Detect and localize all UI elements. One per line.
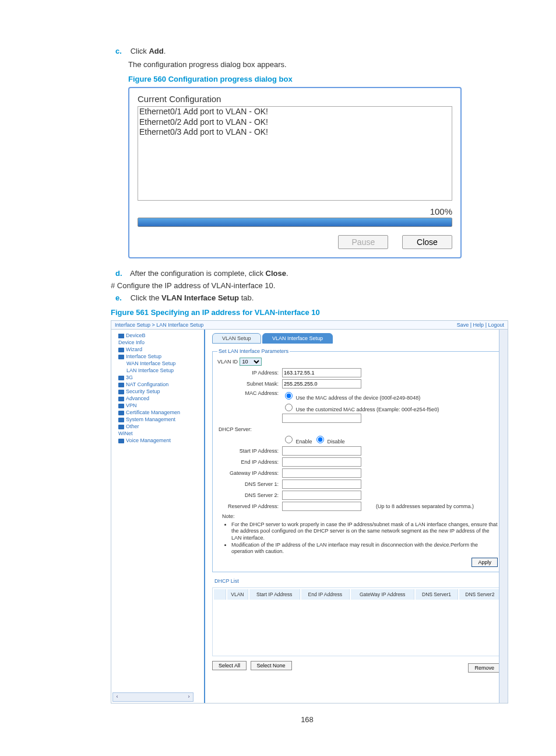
dhcp-list-title: DHCP List bbox=[214, 578, 503, 584]
user-icon bbox=[118, 334, 124, 338]
folder-icon bbox=[118, 383, 124, 387]
folder-icon bbox=[118, 376, 124, 380]
folder-icon bbox=[118, 355, 124, 359]
step-e-label: e. bbox=[115, 293, 128, 302]
sidebar-item-lan[interactable]: LAN Interface Setup bbox=[114, 367, 204, 374]
folder-icon bbox=[118, 425, 124, 429]
step-e-post: tab. bbox=[239, 293, 254, 302]
gateway-ip-input[interactable] bbox=[282, 468, 361, 478]
scroll-right-icon[interactable]: › bbox=[185, 694, 193, 701]
tree-root[interactable]: DeviceB bbox=[114, 332, 204, 339]
figure-560-caption: Figure 560 Configuration progress dialog… bbox=[128, 75, 504, 83]
note-title: Note: bbox=[222, 513, 235, 519]
dialog-output-list: Ethernet0/1 Add port to VLAN - OK! Ether… bbox=[138, 106, 452, 201]
document-page: c. Click Add. The configuration progress… bbox=[0, 0, 556, 741]
dialog-line: Ethernet0/3 Add port to VLAN - OK! bbox=[139, 127, 451, 138]
sidebar-item-interface-setup[interactable]: Interface Setup bbox=[114, 353, 204, 360]
sidebar-item-advanced[interactable]: Advanced bbox=[114, 395, 204, 402]
folder-icon bbox=[118, 411, 124, 415]
step-c-label: c. bbox=[115, 47, 128, 55]
dhcp-col-dns2: DNS Server2 bbox=[459, 589, 501, 600]
dhcp-disable-radio[interactable]: Disable bbox=[314, 434, 345, 444]
sidebar-item-label: Security Setup bbox=[126, 388, 160, 394]
note-block: Note: For the DHCP server to work proper… bbox=[222, 513, 498, 555]
tab-vlan-setup[interactable]: VLAN Setup bbox=[212, 333, 261, 344]
sidebar-item-other[interactable]: Other bbox=[114, 423, 204, 430]
mask-input[interactable] bbox=[282, 379, 361, 388]
sidebar-item-3g[interactable]: 3G bbox=[114, 374, 204, 381]
tabs: VLAN Setup VLAN Interface Setup bbox=[212, 333, 503, 344]
sidebar: DeviceB Device Info Wizard Interface Set… bbox=[111, 330, 205, 703]
vlanid-label: VLAN ID bbox=[217, 359, 238, 365]
sidebar-scrollbar[interactable]: ‹ › bbox=[112, 692, 193, 702]
start-ip-input[interactable] bbox=[282, 446, 361, 456]
step-c-subtext: The configuration progress dialog box ap… bbox=[111, 60, 504, 69]
dhcp-enable-radio[interactable]: Enable bbox=[282, 434, 312, 444]
figure-561-caption: Figure 561 Specifying an IP address for … bbox=[111, 308, 504, 317]
breadcrumb: Interface Setup > LAN Interface Setup bbox=[115, 322, 203, 328]
folder-icon bbox=[118, 418, 124, 422]
folder-icon bbox=[118, 348, 124, 352]
sidebar-item-sysmgmt[interactable]: System Management bbox=[114, 416, 204, 423]
sidebar-item-wizard[interactable]: Wizard bbox=[114, 346, 204, 353]
sidebar-item-nat[interactable]: NAT Configuration bbox=[114, 381, 204, 388]
sidebar-item-label: Device Info bbox=[118, 340, 145, 345]
scroll-left-icon[interactable]: ‹ bbox=[113, 694, 121, 701]
end-ip-label: End IP Address: bbox=[217, 459, 282, 465]
sidebar-item-label: Voice Management bbox=[126, 438, 171, 443]
note-item-2: Modification of the IP address of the LA… bbox=[231, 542, 498, 555]
folder-icon bbox=[118, 390, 124, 394]
gateway-ip-label: Gateway IP Address: bbox=[217, 470, 282, 476]
dns2-input[interactable] bbox=[282, 491, 361, 500]
tab-vlan-interface-setup[interactable]: VLAN Interface Setup bbox=[262, 333, 333, 344]
mac-radio-device[interactable]: Use the MAC address of the device (000f-… bbox=[282, 390, 439, 401]
dhcp-label: DHCP Server: bbox=[219, 426, 498, 432]
step-e-bold: VLAN Interface Setup bbox=[161, 293, 239, 302]
mac-radio-custom[interactable]: Use the customized MAC address (Example:… bbox=[282, 402, 439, 412]
mac-label: MAC Address: bbox=[217, 390, 282, 396]
dns2-label: DNS Server 2: bbox=[217, 492, 282, 498]
reserved-ip-input[interactable] bbox=[282, 502, 361, 511]
dhcp-col-check bbox=[214, 589, 226, 600]
tree-root-label: DeviceB bbox=[126, 332, 146, 338]
sidebar-item-vpn[interactable]: VPN bbox=[114, 402, 204, 409]
step-d-post: . bbox=[286, 269, 288, 278]
sidebar-item-label: VPN bbox=[126, 402, 137, 408]
dialog-line: Ethernet0/1 Add port to VLAN - OK! bbox=[139, 107, 451, 117]
vlanid-select[interactable]: 10 bbox=[240, 358, 262, 366]
mac-radio-1[interactable] bbox=[285, 392, 293, 400]
dhcp-col-end: End IP Address bbox=[301, 589, 350, 600]
top-links[interactable]: Save | Help | Logout bbox=[457, 322, 504, 328]
mac-radio-2[interactable] bbox=[285, 404, 293, 411]
table-row bbox=[214, 601, 501, 654]
end-ip-input[interactable] bbox=[282, 457, 361, 467]
dialog-title: Current Configuration bbox=[138, 94, 452, 104]
sidebar-item-label: NAT Configuration bbox=[126, 382, 168, 387]
sidebar-item-device-info[interactable]: Device Info bbox=[114, 339, 204, 346]
ip-input[interactable] bbox=[282, 368, 361, 377]
sidebar-item-label: System Management bbox=[126, 416, 175, 422]
dns1-input[interactable] bbox=[282, 480, 361, 489]
step-d-bold: Close bbox=[266, 269, 286, 278]
step-hash: # Configure the IP address of VLAN-inter… bbox=[111, 281, 504, 290]
select-all-button[interactable]: Select All bbox=[212, 661, 247, 670]
main-vertical-scrollbar[interactable] bbox=[499, 330, 508, 703]
mac-custom-input[interactable] bbox=[282, 414, 361, 423]
sidebar-item-label: Advanced bbox=[126, 396, 149, 401]
select-none-button[interactable]: Select None bbox=[251, 661, 292, 670]
sidebar-item-label: LAN Interface Setup bbox=[126, 368, 174, 373]
step-c-bold: Add bbox=[149, 47, 163, 55]
step-e: e. Click the VLAN Interface Setup tab. bbox=[111, 293, 504, 302]
mask-label: Subnet Mask: bbox=[217, 381, 282, 387]
sidebar-item-security[interactable]: Security Setup bbox=[114, 388, 204, 395]
apply-button[interactable]: Apply bbox=[471, 558, 498, 567]
sidebar-item-wan[interactable]: WAN Interface Setup bbox=[114, 360, 204, 367]
sidebar-item-voice[interactable]: Voice Management bbox=[114, 437, 204, 444]
pause-button[interactable]: Pause bbox=[338, 235, 388, 249]
sidebar-item-cert[interactable]: Certificate Managemen bbox=[114, 409, 204, 416]
sidebar-item-winet[interactable]: WiNet bbox=[114, 430, 204, 437]
remove-button[interactable]: Remove bbox=[468, 663, 501, 673]
close-button[interactable]: Close bbox=[402, 235, 452, 249]
sidebar-item-label: Other bbox=[126, 424, 139, 429]
step-c: c. Click Add. bbox=[111, 47, 504, 55]
